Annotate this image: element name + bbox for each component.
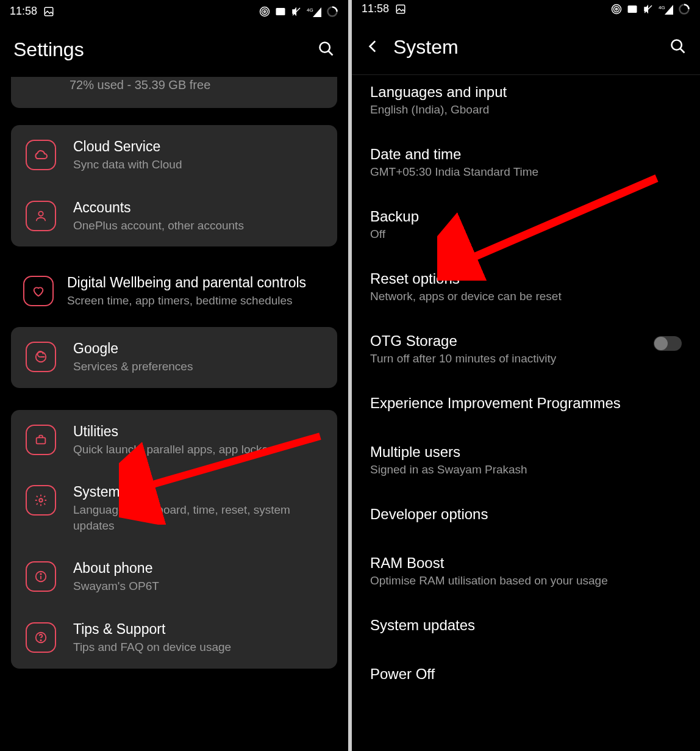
experience-row[interactable]: Experience Improvement Programmes: [352, 380, 700, 429]
item-sub: Screen time, app timers, bedtime schedul…: [67, 293, 325, 309]
item-title: Google: [73, 340, 323, 357]
multiple-users-row[interactable]: Multiple users Signed in as Swayam Praka…: [352, 429, 700, 491]
status-bar: 11:58 4G: [0, 0, 348, 23]
svg-point-2: [262, 9, 268, 14]
row-title: OTG Storage: [370, 332, 646, 350]
row-title: System updates: [370, 617, 682, 634]
power-off-row[interactable]: Power Off: [352, 651, 700, 700]
settings-list: 72% used - 35.39 GB free Cloud Service S…: [0, 77, 348, 751]
svg-point-1: [264, 10, 266, 12]
row-sub: Network, apps or device can be reset: [370, 290, 682, 303]
row-title: Experience Improvement Programmes: [370, 395, 682, 412]
signal-4g-icon: 4G: [307, 6, 321, 17]
google-item[interactable]: Google Services & preferences: [11, 327, 337, 388]
row-title: Reset options: [370, 270, 682, 287]
hotspot-icon: [259, 6, 270, 17]
row-sub: Optimise RAM utilisation based on your u…: [370, 574, 682, 588]
cloud-icon: [34, 148, 48, 162]
svg-rect-20: [396, 5, 405, 13]
user-icon: [34, 209, 48, 223]
about-phone-item[interactable]: About phone Swayam's OP6T: [11, 547, 337, 608]
image-icon: [395, 4, 406, 15]
mute-icon: [291, 6, 302, 17]
row-title: Backup: [370, 208, 682, 225]
row-sub: Turn off after 10 minutes of inactivity: [370, 352, 646, 365]
digital-wellbeing-item[interactable]: Digital Wellbeing and parental controls …: [11, 264, 337, 322]
reset-options-row[interactable]: Reset options Network, apps or device ca…: [352, 256, 700, 318]
item-sub: Tips and FAQ on device usage: [73, 639, 323, 655]
google-card: Google Services & preferences: [11, 327, 337, 388]
heart-icon: [32, 284, 45, 298]
search-icon[interactable]: [318, 40, 335, 60]
storage-card-partial[interactable]: 72% used - 35.39 GB free: [11, 77, 337, 108]
info-icon: [34, 570, 48, 583]
item-sub: Services & preferences: [73, 359, 323, 375]
item-title: Tips & Support: [73, 621, 323, 638]
mute-icon: [643, 4, 654, 15]
tips-support-item[interactable]: Tips & Support Tips and FAQ on device us…: [11, 608, 337, 669]
signal-4g-icon: 4G: [659, 4, 673, 15]
status-time: 11:58: [362, 2, 389, 15]
item-title: Utilities: [73, 423, 323, 440]
system-item[interactable]: System Language & keyboard, time, reset,…: [11, 470, 337, 547]
svg-point-10: [38, 211, 43, 215]
svg-text:4G: 4G: [659, 5, 665, 10]
back-icon[interactable]: [365, 38, 381, 57]
row-title: Date and time: [370, 146, 682, 163]
row-title: Power Off: [370, 666, 682, 683]
cloud-service-item[interactable]: Cloud Service Sync data with Cloud: [11, 125, 337, 186]
gear-icon: [34, 494, 48, 507]
svg-point-18: [40, 640, 41, 641]
storage-subtitle: 72% used - 35.39 GB free: [70, 77, 210, 93]
status-time: 11:58: [10, 5, 37, 18]
svg-point-16: [40, 574, 41, 575]
item-title: About phone: [73, 560, 323, 577]
row-title: RAM Boost: [370, 555, 682, 572]
svg-point-8: [320, 42, 330, 52]
item-sub: Quick launch, parallel apps, app locker: [73, 442, 323, 458]
svg-rect-0: [45, 7, 53, 16]
utilities-item[interactable]: Utilities Quick launch, parallel apps, a…: [11, 410, 337, 471]
svg-text:4G: 4G: [307, 7, 313, 13]
item-sub: Sync data with Cloud: [73, 157, 323, 173]
accounts-item[interactable]: Accounts OnePlus account, other accounts: [11, 186, 337, 247]
row-title: Multiple users: [370, 444, 682, 461]
page-title: System: [393, 36, 657, 59]
svg-rect-4: [276, 8, 285, 15]
page-header: System: [352, 20, 700, 74]
row-title: Developer options: [370, 506, 682, 523]
help-icon: [34, 631, 48, 644]
otg-storage-row[interactable]: OTG Storage Turn off after 10 minutes of…: [352, 318, 700, 380]
system-list: Languages and input English (India), Gbo…: [352, 75, 700, 751]
date-time-row[interactable]: Date and time GMT+05:30 India Standard T…: [352, 131, 700, 193]
backup-row[interactable]: Backup Off: [352, 193, 700, 256]
row-sub: GMT+05:30 India Standard Time: [370, 165, 682, 179]
system-card: Utilities Quick launch, parallel apps, a…: [11, 410, 337, 669]
item-title: Accounts: [73, 199, 323, 216]
otg-toggle[interactable]: [654, 336, 682, 351]
item-title: Cloud Service: [73, 138, 323, 155]
system-updates-row[interactable]: System updates: [352, 602, 700, 651]
svg-point-28: [672, 40, 682, 49]
item-title: Digital Wellbeing and parental controls: [67, 275, 325, 291]
hotspot-icon: [611, 4, 622, 15]
image-icon: [43, 6, 54, 17]
svg-point-13: [39, 498, 43, 502]
briefcase-icon: [34, 433, 48, 447]
ram-boost-row[interactable]: RAM Boost Optimise RAM utilisation based…: [352, 540, 700, 602]
search-icon[interactable]: [670, 38, 687, 57]
svg-line-9: [329, 51, 333, 55]
settings-screen: 11:58 4G Settings 72% used - 35.39 GB fr…: [0, 0, 348, 751]
svg-point-21: [616, 8, 618, 10]
svg-point-22: [614, 6, 620, 12]
svg-rect-12: [37, 437, 46, 444]
item-sub: OnePlus account, other accounts: [73, 218, 323, 234]
item-sub: Language & keyboard, time, reset, system…: [73, 502, 323, 533]
languages-row[interactable]: Languages and input English (India), Gbo…: [352, 75, 700, 131]
page-header: Settings: [0, 23, 348, 77]
page-title: Settings: [13, 38, 305, 61]
cloud-accounts-card: Cloud Service Sync data with Cloud Accou…: [11, 125, 337, 246]
row-title: Languages and input: [370, 84, 682, 101]
developer-options-row[interactable]: Developer options: [352, 491, 700, 540]
row-sub: English (India), Gboard: [370, 103, 682, 117]
